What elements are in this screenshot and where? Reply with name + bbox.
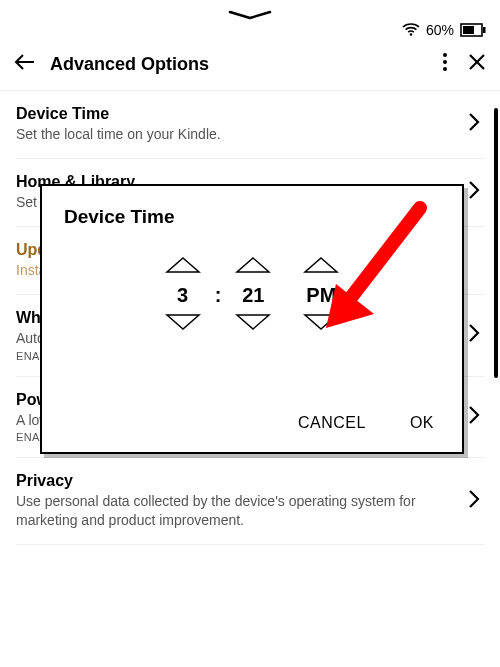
- page-title: Advanced Options: [50, 54, 442, 75]
- item-title: Device Time: [16, 105, 458, 123]
- svg-point-7: [443, 67, 447, 71]
- svg-marker-11: [167, 315, 199, 329]
- scrollbar[interactable]: [494, 108, 498, 378]
- svg-point-0: [410, 33, 413, 36]
- svg-point-5: [443, 53, 447, 57]
- swipe-handle: [0, 0, 500, 20]
- svg-marker-14: [305, 258, 337, 272]
- minute-up-icon[interactable]: [233, 256, 273, 278]
- close-icon[interactable]: [468, 53, 486, 75]
- chevron-right-icon: [468, 112, 480, 136]
- ampm-picker: PM: [295, 256, 347, 335]
- minute-picker: 21: [227, 256, 279, 335]
- svg-marker-13: [237, 315, 269, 329]
- ampm-value: PM: [301, 278, 341, 313]
- time-picker: 3 : 21 PM: [42, 256, 462, 335]
- svg-marker-10: [167, 258, 199, 272]
- device-time-dialog: Device Time 3 : 21: [40, 184, 464, 454]
- svg-rect-2: [483, 27, 486, 33]
- item-title: Privacy: [16, 472, 458, 490]
- wifi-icon: [402, 23, 420, 37]
- svg-rect-3: [463, 26, 474, 34]
- hour-value: 3: [163, 278, 203, 313]
- ok-button[interactable]: OK: [410, 414, 434, 432]
- chevron-right-icon: [468, 180, 480, 204]
- chevron-right-icon: [468, 405, 480, 429]
- hour-down-icon[interactable]: [163, 313, 203, 335]
- hour-picker: 3: [157, 256, 209, 335]
- svg-point-6: [443, 60, 447, 64]
- dialog-title: Device Time: [42, 186, 462, 228]
- item-privacy[interactable]: Privacy Use personal data collected by t…: [16, 458, 484, 545]
- minute-down-icon[interactable]: [233, 313, 273, 335]
- back-icon[interactable]: [14, 53, 36, 75]
- item-sub: Set the local time on your Kindle.: [16, 125, 458, 144]
- svg-marker-12: [237, 258, 269, 272]
- header: Advanced Options: [0, 42, 500, 91]
- hour-up-icon[interactable]: [163, 256, 203, 278]
- dialog-actions: CANCEL OK: [298, 414, 434, 432]
- item-device-time[interactable]: Device Time Set the local time on your K…: [16, 91, 484, 159]
- time-colon: :: [215, 284, 222, 307]
- chevron-right-icon: [468, 323, 480, 347]
- battery-icon: [460, 23, 486, 37]
- cancel-button[interactable]: CANCEL: [298, 414, 366, 432]
- chevron-right-icon: [468, 489, 480, 513]
- battery-percent: 60%: [426, 22, 454, 38]
- svg-marker-15: [305, 315, 337, 329]
- item-sub: Use personal data collected by the devic…: [16, 492, 458, 530]
- ampm-up-icon[interactable]: [301, 256, 341, 278]
- ampm-down-icon[interactable]: [301, 313, 341, 335]
- more-icon[interactable]: [442, 52, 448, 76]
- minute-value: 21: [233, 278, 273, 313]
